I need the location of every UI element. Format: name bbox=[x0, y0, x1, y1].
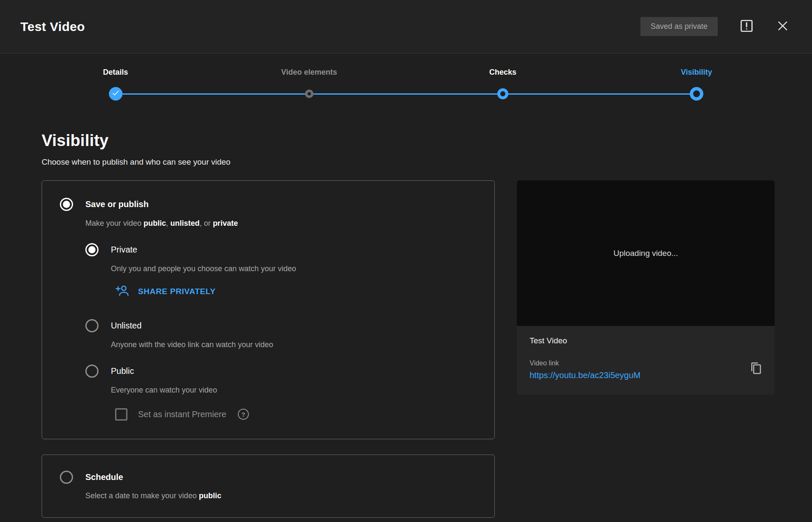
step-details-dot bbox=[109, 87, 122, 101]
step-visibility[interactable]: Visibility bbox=[681, 68, 712, 103]
feedback-icon bbox=[739, 18, 754, 35]
private-radio[interactable] bbox=[85, 243, 99, 256]
video-preview-area: Uploading video... bbox=[517, 180, 775, 326]
public-label: Public bbox=[111, 366, 134, 376]
video-link-url[interactable]: https://youtu.be/ac23i5eyguM bbox=[530, 370, 640, 380]
step-checks-dot bbox=[497, 88, 508, 99]
public-radio[interactable] bbox=[85, 365, 99, 378]
share-privately-label: SHARE PRIVATELY bbox=[138, 287, 216, 296]
schedule-card: Schedule Select a date to make your vide… bbox=[42, 455, 495, 518]
step-details-label: Details bbox=[103, 68, 128, 77]
close-icon bbox=[775, 19, 790, 34]
step-checks[interactable]: Checks bbox=[489, 68, 516, 103]
feedback-button[interactable] bbox=[739, 18, 754, 35]
dialog-header: Test Video Saved as private bbox=[0, 0, 812, 53]
upload-stepper: Details Video elements Checks Visibility bbox=[116, 68, 696, 115]
share-privately-button[interactable]: SHARE PRIVATELY bbox=[115, 284, 477, 299]
unlisted-option-block: Unlisted Anyone with the video link can … bbox=[85, 319, 477, 349]
check-icon bbox=[111, 89, 120, 99]
unlisted-radio[interactable] bbox=[85, 319, 99, 332]
save-or-publish-radio[interactable] bbox=[60, 198, 73, 211]
instant-premiere-label: Set as instant Premiere bbox=[138, 410, 226, 419]
page-title: Visibility bbox=[42, 132, 792, 150]
unlisted-option[interactable]: Unlisted bbox=[85, 319, 477, 332]
public-option-block: Public Everyone can watch your video Set… bbox=[85, 365, 477, 421]
save-or-publish-description: Make your video public, unlisted, or pri… bbox=[85, 219, 477, 228]
video-link-label: Video link bbox=[530, 359, 762, 367]
step-details[interactable]: Details bbox=[103, 68, 128, 103]
person-add-icon bbox=[115, 283, 130, 300]
header-actions: Saved as private bbox=[640, 17, 790, 36]
copy-link-button[interactable] bbox=[748, 361, 764, 377]
premiere-help-icon[interactable]: ? bbox=[238, 409, 249, 420]
unlisted-label: Unlisted bbox=[111, 321, 141, 331]
schedule-option[interactable]: Schedule bbox=[60, 471, 477, 484]
saved-status-badge: Saved as private bbox=[640, 17, 718, 36]
step-video-elements[interactable]: Video elements bbox=[281, 68, 337, 103]
close-button[interactable] bbox=[775, 19, 790, 34]
save-or-publish-option[interactable]: Save or publish bbox=[60, 198, 477, 211]
public-description: Everyone can watch your video bbox=[111, 385, 477, 395]
private-label: Private bbox=[111, 245, 137, 255]
dialog-title: Test Video bbox=[20, 20, 85, 34]
visibility-options-column: Save or publish Make your video public, … bbox=[42, 180, 495, 518]
step-video-elements-dot bbox=[305, 90, 313, 98]
private-description: Only you and people you choose can watch… bbox=[111, 264, 477, 273]
video-info-panel: Test Video Video link https://youtu.be/a… bbox=[517, 326, 775, 395]
unlisted-description: Anyone with the video link can watch you… bbox=[111, 340, 477, 349]
step-visibility-label: Visibility bbox=[681, 68, 712, 77]
visibility-page: Visibility Choose when to publish and wh… bbox=[0, 132, 812, 518]
upload-status-text: Uploading video... bbox=[613, 249, 678, 258]
save-or-publish-card: Save or publish Make your video public, … bbox=[42, 180, 495, 439]
stepper-progress-line bbox=[116, 93, 696, 95]
public-option[interactable]: Public bbox=[85, 365, 477, 378]
step-video-elements-label: Video elements bbox=[281, 68, 337, 77]
schedule-label: Schedule bbox=[85, 472, 123, 482]
video-preview-card: Uploading video... Test Video Video link… bbox=[517, 180, 775, 395]
save-or-publish-label: Save or publish bbox=[85, 199, 149, 209]
private-option[interactable]: Private bbox=[85, 243, 477, 256]
private-option-block: Private Only you and people you choose c… bbox=[85, 243, 477, 299]
copy-icon bbox=[748, 361, 764, 377]
instant-premiere-row: Set as instant Premiere ? bbox=[115, 407, 477, 421]
instant-premiere-checkbox[interactable] bbox=[115, 408, 127, 421]
schedule-radio[interactable] bbox=[60, 471, 73, 484]
step-visibility-dot bbox=[690, 87, 703, 101]
page-subtitle: Choose when to publish and who can see y… bbox=[42, 157, 792, 167]
step-checks-label: Checks bbox=[489, 68, 516, 77]
schedule-description: Select a date to make your video public bbox=[85, 491, 477, 500]
video-title: Test Video bbox=[530, 336, 762, 345]
